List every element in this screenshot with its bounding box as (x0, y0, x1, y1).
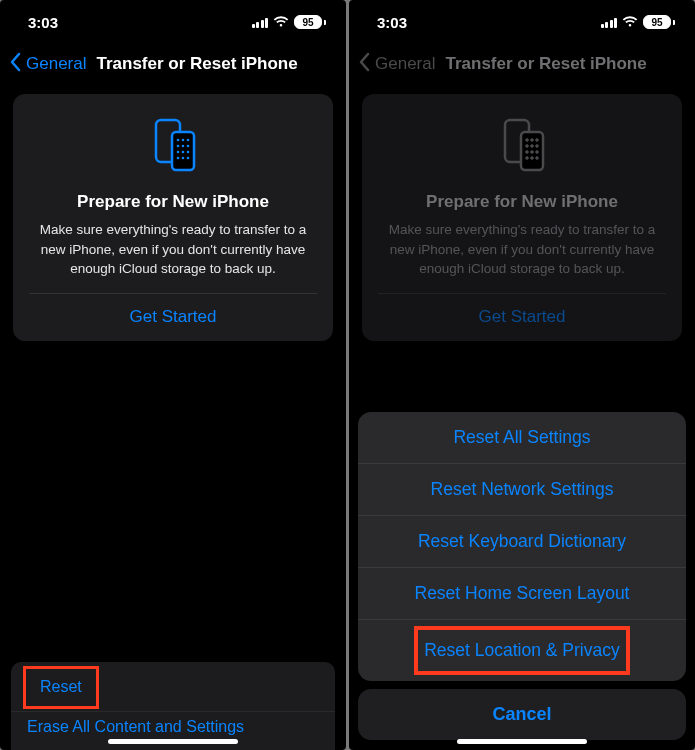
svg-point-6 (182, 145, 185, 148)
svg-point-4 (187, 139, 190, 142)
svg-point-8 (177, 151, 180, 154)
card-description: Make sure everything's ready to transfer… (29, 220, 317, 293)
svg-point-11 (177, 157, 180, 160)
svg-point-5 (177, 145, 180, 148)
svg-point-7 (187, 145, 190, 148)
svg-point-10 (187, 151, 190, 154)
phone-right: 3:03 95 General Transfer or Reset iPhone (349, 0, 695, 750)
page-title: Transfer or Reset iPhone (96, 54, 297, 74)
reset-network-settings[interactable]: Reset Network Settings (358, 464, 686, 516)
reset-all-settings[interactable]: Reset All Settings (358, 412, 686, 464)
reset-action-sheet: Reset All Settings Reset Network Setting… (358, 412, 686, 740)
card-title: Prepare for New iPhone (77, 192, 269, 212)
svg-point-12 (182, 157, 185, 160)
wifi-icon (273, 16, 289, 28)
home-indicator[interactable] (108, 739, 238, 744)
sheet-options: Reset All Settings Reset Network Setting… (358, 412, 686, 681)
reset-row[interactable]: Reset (23, 666, 99, 709)
svg-point-2 (177, 139, 180, 142)
back-button[interactable]: General (26, 54, 86, 74)
bottom-list: Reset Erase All Content and Settings (11, 662, 335, 750)
erase-row[interactable]: Erase All Content and Settings (11, 712, 335, 750)
svg-point-13 (187, 157, 190, 160)
home-indicator[interactable] (457, 739, 587, 744)
devices-icon (142, 114, 204, 180)
reset-location-privacy-label: Reset Location & Privacy (414, 626, 630, 675)
cancel-button[interactable]: Cancel (358, 689, 686, 740)
phone-left: 3:03 95 General Transfer or Reset iPhone (0, 0, 346, 750)
clock: 3:03 (28, 14, 58, 31)
reset-home-screen-layout[interactable]: Reset Home Screen Layout (358, 568, 686, 620)
cellular-icon (252, 17, 269, 28)
status-right: 95 (252, 15, 327, 29)
prepare-card: Prepare for New iPhone Make sure everyth… (13, 94, 333, 341)
nav-bar: General Transfer or Reset iPhone (0, 44, 346, 84)
reset-keyboard-dictionary[interactable]: Reset Keyboard Dictionary (358, 516, 686, 568)
back-chevron-icon[interactable] (8, 52, 22, 77)
battery-icon: 95 (294, 15, 326, 29)
content: Prepare for New iPhone Make sure everyth… (0, 84, 346, 750)
get-started-button[interactable]: Get Started (130, 294, 217, 341)
reset-location-privacy[interactable]: Reset Location & Privacy (358, 620, 686, 681)
svg-point-9 (182, 151, 185, 154)
svg-point-3 (182, 139, 185, 142)
status-bar: 3:03 95 (0, 0, 346, 44)
